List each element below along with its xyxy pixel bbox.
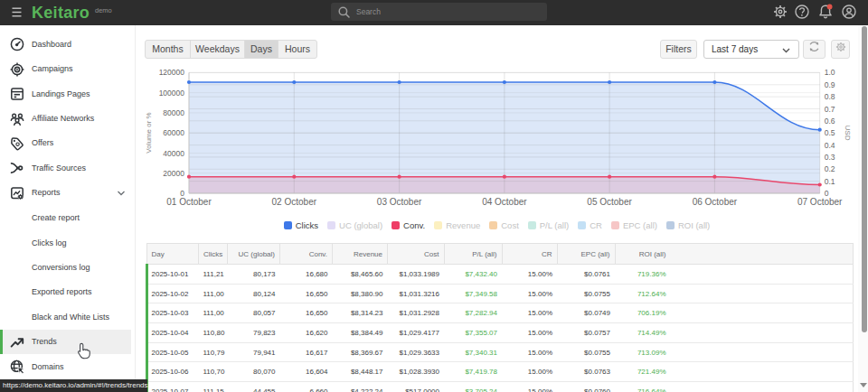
svg-text:02 October: 02 October: [272, 197, 317, 207]
svg-text:80000: 80000: [163, 108, 184, 117]
svg-text:120000: 120000: [159, 68, 185, 77]
svg-text:60000: 60000: [163, 128, 184, 137]
svg-text:0.5: 0.5: [825, 128, 835, 137]
svg-text:0.8: 0.8: [825, 92, 835, 101]
svg-text:01 October: 01 October: [166, 197, 212, 207]
svg-text:0.7: 0.7: [825, 105, 835, 114]
svg-text:0.1: 0.1: [825, 177, 835, 186]
svg-text:40000: 40000: [163, 149, 184, 158]
svg-text:20000: 20000: [163, 169, 184, 178]
svg-text:0.2: 0.2: [825, 164, 835, 173]
svg-text:0.4: 0.4: [825, 141, 835, 150]
svg-text:05 October: 05 October: [587, 197, 632, 207]
svg-text:03 October: 03 October: [377, 197, 422, 207]
svg-text:0.9: 0.9: [825, 80, 835, 89]
svg-text:0.6: 0.6: [825, 117, 835, 126]
svg-text:07 October: 07 October: [797, 197, 843, 207]
svg-text:06 October: 06 October: [693, 197, 738, 207]
svg-text:100000: 100000: [159, 89, 185, 98]
svg-text:Volume or %: Volume or %: [145, 112, 153, 153]
svg-text:04 October: 04 October: [482, 197, 527, 207]
svg-text:0.3: 0.3: [825, 153, 835, 162]
svg-text:1.0: 1.0: [825, 68, 835, 77]
svg-text:USD: USD: [844, 126, 852, 141]
